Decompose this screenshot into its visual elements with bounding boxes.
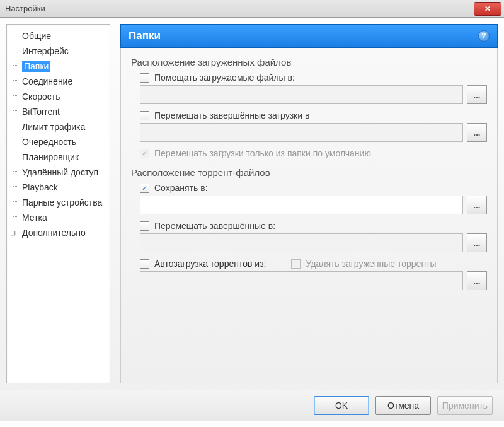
tree-item-queue[interactable]: Очерёдность — [8, 134, 108, 149]
path-row-save-in: ... — [140, 196, 487, 214]
label-put-downloads-in: Помещать загружаемые файлы в: — [154, 73, 295, 83]
tree-item-advanced[interactable]: Дополнительно — [8, 225, 108, 240]
panel-body: Расположение загруженных файлов Помещать… — [120, 48, 498, 383]
input-autoload-path[interactable] — [140, 271, 463, 290]
tree-item-interface[interactable]: Интерфейс — [8, 44, 108, 59]
tree-item-playback[interactable]: Playback — [8, 180, 108, 195]
tree-item-speed[interactable]: Скорость — [8, 89, 108, 104]
browse-put-downloads[interactable]: ... — [467, 85, 487, 104]
cancel-button[interactable]: Отмена — [375, 396, 431, 415]
tree-item-bittorrent[interactable]: BitTorrent — [8, 104, 108, 119]
input-move-completed-torrents-path[interactable] — [140, 233, 463, 252]
row-move-completed-torrents: Перемещать завершённые в: — [140, 221, 487, 231]
tree-item-connection[interactable]: Соединение — [8, 74, 108, 89]
apply-button[interactable]: Применить — [437, 396, 493, 415]
tree-item-general[interactable]: Общие — [8, 28, 108, 44]
row-autoload: Автозагрузка торрентов из: Удалять загру… — [140, 259, 487, 269]
row-delete-loaded: Удалять загруженные торренты — [291, 259, 436, 269]
row-only-default: Перемещать загрузки только из папки по у… — [140, 148, 487, 158]
checkbox-save-in[interactable] — [140, 184, 149, 193]
input-move-completed-path[interactable] — [140, 123, 463, 142]
checkbox-move-completed[interactable] — [140, 111, 149, 120]
label-save-in: Сохранять в: — [154, 183, 208, 193]
tree-item-paired-devices[interactable]: Парные устройства — [8, 195, 108, 210]
dialog-footer: OK Отмена Применить — [0, 390, 504, 421]
checkbox-move-completed-torrents[interactable] — [140, 221, 149, 231]
label-autoload: Автозагрузка торрентов из: — [154, 259, 266, 269]
close-icon: ✕ — [484, 4, 491, 13]
section-torrent-files: Расположение торрент-файлов — [131, 167, 487, 178]
path-row-move-completed: ... — [140, 123, 487, 142]
checkbox-autoload[interactable] — [140, 259, 149, 269]
main-panel: Папки ? Расположение загруженных файлов … — [120, 24, 498, 383]
tree-item-traffic-limit[interactable]: Лимит трафика — [8, 119, 108, 134]
label-move-completed: Перемещать завершённые загрузки в — [154, 110, 309, 120]
path-row-move-completed-torrents: ... — [140, 233, 487, 252]
input-put-downloads-path[interactable] — [140, 85, 463, 104]
content-area: Общие Интерфейс Папки Соединение Скорост… — [0, 18, 504, 390]
row-save-in: Сохранять в: — [140, 183, 487, 193]
close-button[interactable]: ✕ — [474, 2, 501, 16]
panel-title: Папки — [129, 30, 161, 42]
tree-item-scheduler[interactable]: Планировщик — [8, 149, 108, 165]
settings-tree: Общие Интерфейс Папки Соединение Скорост… — [6, 24, 110, 383]
label-move-completed-torrents: Перемещать завершённые в: — [154, 221, 275, 231]
label-delete-loaded: Удалять загруженные торренты — [306, 259, 436, 269]
label-only-default: Перемещать загрузки только из папки по у… — [154, 148, 371, 158]
row-put-downloads-in: Помещать загружаемые файлы в: — [140, 73, 487, 83]
input-save-in-path[interactable] — [140, 196, 463, 214]
tree-item-folders[interactable]: Папки — [8, 59, 108, 74]
browse-save-in[interactable]: ... — [467, 196, 487, 214]
ok-button[interactable]: OK — [314, 396, 369, 415]
browse-move-completed-torrents[interactable]: ... — [467, 233, 487, 252]
checkbox-only-default — [140, 149, 149, 158]
window-title: Настройки — [5, 4, 45, 13]
checkbox-delete-loaded — [291, 259, 301, 269]
titlebar: Настройки ✕ — [0, 0, 504, 18]
panel-header: Папки ? — [120, 24, 498, 48]
row-move-completed: Перемещать завершённые загрузки в — [140, 110, 487, 120]
path-row-autoload: ... — [140, 271, 487, 290]
tree-item-label[interactable]: Метка — [8, 210, 108, 225]
browse-autoload[interactable]: ... — [467, 271, 487, 290]
checkbox-put-downloads-in[interactable] — [140, 73, 149, 83]
help-icon[interactable]: ? — [478, 30, 490, 42]
tree-item-remote[interactable]: Удалённый доступ — [8, 165, 108, 180]
browse-move-completed[interactable]: ... — [467, 123, 487, 142]
path-row-put-downloads: ... — [140, 85, 487, 104]
section-downloaded-files: Расположение загруженных файлов — [131, 57, 487, 67]
